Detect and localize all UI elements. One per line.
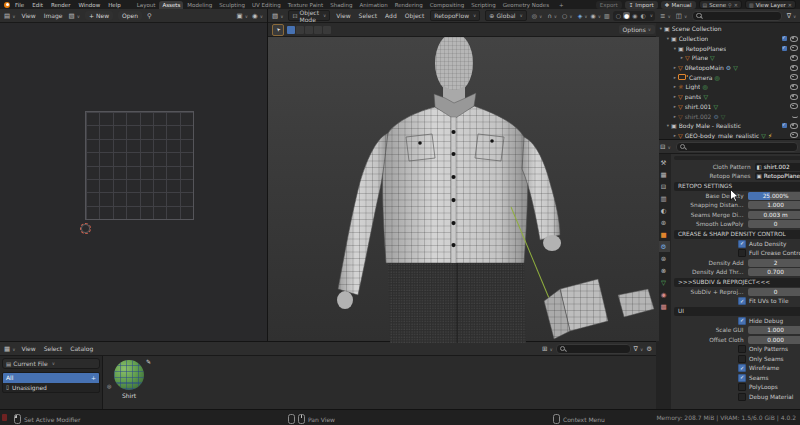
menu-item[interactable]: View: [335, 12, 351, 19]
editor-type-icon[interactable]: ⊟: [660, 143, 671, 151]
outliner-row[interactable]: ▸ ☼ Light ◎: [656, 82, 800, 92]
menu-item[interactable]: Render: [50, 2, 72, 8]
shading-mode-icon[interactable]: ◐: [640, 12, 647, 19]
property-value-field[interactable]: 0: [748, 288, 800, 296]
hide-viewport-eye-icon[interactable]: [790, 74, 798, 80]
shading-mode-icon[interactable]: ●: [623, 12, 630, 19]
property-checkbox[interactable]: [738, 317, 746, 325]
menu-item[interactable]: Catalog: [69, 345, 94, 352]
select-mode-extend[interactable]: [296, 26, 304, 34]
display-mode-icon[interactable]: ◫: [676, 12, 687, 20]
active-tool-button[interactable]: ➤: [272, 24, 284, 36]
collapsed-panel-strip[interactable]: [674, 156, 800, 160]
hide-viewport-eye-icon[interactable]: [790, 45, 798, 51]
menu-item[interactable]: Help: [107, 2, 122, 8]
pivot-icon[interactable]: ◎: [532, 12, 543, 19]
asset-grid[interactable]: ✎ ◎ Shirt: [103, 356, 656, 410]
property-checkbox[interactable]: [738, 297, 746, 305]
new-image-button[interactable]: + New: [85, 11, 113, 20]
outliner-row[interactable]: ▾ ▣ RetopoPlanes: [656, 43, 800, 53]
display-icon[interactable]: ◉: [252, 12, 263, 20]
workspace-tab[interactable]: Sculpting: [216, 1, 248, 9]
outliner-row[interactable]: ▾ ▣ Body Male - Realistic: [656, 121, 800, 131]
property-checkbox[interactable]: [738, 345, 746, 353]
asset-tile[interactable]: ✎ ◎ Shirt: [109, 360, 149, 399]
outliner-search-input[interactable]: [692, 11, 782, 21]
property-checkbox[interactable]: [738, 393, 746, 401]
retopoflow-dropdown[interactable]: RetopoFlow: [430, 10, 480, 21]
close-icon[interactable]: ✕: [788, 2, 792, 8]
select-mode-set[interactable]: [287, 26, 295, 34]
add-catalog-icon[interactable]: +: [91, 374, 96, 381]
manual-button[interactable]: ❖ Manual: [661, 1, 696, 9]
workspace-tab[interactable]: Layout: [134, 1, 159, 9]
gear-icon[interactable]: ⚙: [646, 345, 652, 353]
editor-type-icon[interactable]: ≡: [660, 12, 671, 20]
collection-checkbox[interactable]: [782, 46, 787, 51]
properties-search-input[interactable]: [676, 142, 798, 152]
workspace-tab[interactable]: Animation: [357, 1, 391, 9]
gizmos-icon[interactable]: ◈: [578, 12, 588, 19]
menu-item[interactable]: Image: [43, 12, 64, 19]
view-layer-selector[interactable]: ▥ View Layer ✕: [745, 0, 796, 9]
property-value-field[interactable]: ◧ shirt.002 ✕: [755, 163, 800, 171]
outliner-row[interactable]: ▸ ▽ Plane ▽: [656, 53, 800, 63]
property-value-field[interactable]: 0.000: [748, 336, 800, 344]
hide-viewport-eye-icon[interactable]: [790, 94, 798, 100]
image-browse-icon[interactable]: ▧: [69, 12, 80, 20]
property-value-field[interactable]: ▣ RetopoPlanes ✕: [755, 172, 800, 180]
shading-mode-icon[interactable]: ○: [615, 12, 622, 19]
property-checkbox[interactable]: [738, 249, 746, 257]
edit-pencil-icon[interactable]: ✎: [146, 358, 151, 365]
workspace-tab[interactable]: UV Editing: [249, 1, 284, 9]
snap-magnet-icon[interactable]: ∩: [547, 12, 557, 19]
collection-checkbox[interactable]: [782, 36, 787, 41]
property-value-field[interactable]: 25.000%: [748, 192, 800, 200]
panel-section-header[interactable]: RETOPO SETTINGS: [674, 182, 800, 191]
property-value-field[interactable]: 2: [748, 259, 800, 267]
mode-dropdown[interactable]: ⊡ Object Mode: [288, 10, 330, 21]
close-icon[interactable]: ✕: [734, 2, 738, 8]
workspace-tab[interactable]: Modeling: [184, 1, 215, 9]
outliner-row[interactable]: ▸ ▽ shirt.002 ⚙ ▽: [656, 111, 800, 121]
hide-viewport-eye-icon[interactable]: [790, 36, 798, 42]
property-value-field[interactable]: 1.000: [748, 326, 800, 334]
property-value-field[interactable]: 0: [748, 220, 800, 228]
xray-icon[interactable]: ▥: [604, 12, 610, 19]
hide-viewport-eye-icon[interactable]: [790, 132, 798, 138]
filter-icon[interactable]: ∇: [634, 345, 644, 353]
workspace-tab[interactable]: Scripting: [468, 1, 498, 9]
proportional-edit-icon[interactable]: ○: [562, 12, 573, 19]
select-mode-intersect[interactable]: [323, 26, 331, 34]
panel-section-header[interactable]: CREASE & SHARP DENSITY CONTROL: [674, 230, 800, 239]
shading-mode-icon[interactable]: ◉: [631, 12, 638, 19]
editor-type-icon[interactable]: ▤: [4, 12, 15, 20]
select-mode-invert[interactable]: [314, 26, 322, 34]
link-icon[interactable]: ⚲: [147, 12, 152, 20]
menu-item[interactable]: View: [20, 12, 36, 19]
menu-item[interactable]: Object: [404, 12, 426, 19]
channels-icon[interactable]: ▣: [237, 12, 248, 20]
pin-icon[interactable]: ⚲: [728, 2, 732, 8]
outliner-row[interactable]: ▸ Camera ◎: [656, 72, 800, 82]
overlays-icon[interactable]: ◉: [591, 12, 602, 19]
outliner-row[interactable]: ▾ ▣ Scene Collection: [656, 24, 800, 34]
menu-item[interactable]: Add: [384, 12, 398, 19]
menu-item[interactable]: Select: [358, 12, 379, 19]
property-checkbox[interactable]: [738, 240, 746, 248]
menu-item[interactable]: View: [20, 345, 36, 352]
catalog-row[interactable]: All +: [3, 373, 99, 383]
workspace-tab[interactable]: Assets: [159, 1, 183, 9]
property-value-field[interactable]: 1.000: [748, 201, 800, 209]
property-value-field[interactable]: 0.003 m: [748, 211, 800, 219]
export-button[interactable]: Export: [596, 1, 622, 9]
image-editor-canvas[interactable]: [0, 23, 267, 341]
workspace-tab[interactable]: Geometry Nodes: [500, 1, 552, 9]
editor-type-icon[interactable]: ▧: [272, 12, 283, 20]
filter-icon[interactable]: ∇: [787, 12, 797, 20]
property-checkbox[interactable]: [738, 383, 746, 391]
workspace-tab[interactable]: Shading: [327, 1, 355, 9]
asset-search-input[interactable]: [556, 344, 631, 354]
panel-section-header[interactable]: UI: [674, 307, 800, 316]
panel-section-header[interactable]: >>>SUBDIV & REPROJECT<<<: [674, 278, 800, 287]
